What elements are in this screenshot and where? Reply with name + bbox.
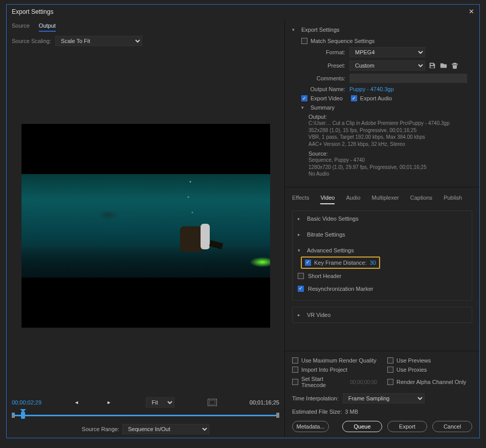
export-settings-dialog: Export Settings ✕ Source Output Source S… xyxy=(6,4,480,438)
time-interp-label: Time Interpolation: xyxy=(292,395,339,401)
vr-video-toggle[interactable]: ▸VR Video xyxy=(293,307,472,323)
output-name-label: Output Name: xyxy=(301,86,349,92)
short-header-label: Short Header xyxy=(308,273,341,279)
tab-audio[interactable]: Audio xyxy=(346,194,360,204)
short-header-checkbox[interactable] xyxy=(298,273,304,279)
resync-checkbox[interactable] xyxy=(298,286,304,292)
tab-captions[interactable]: Captions xyxy=(410,194,432,204)
export-audio-checkbox[interactable] xyxy=(351,95,357,101)
use-previews-label: Use Previews xyxy=(396,357,431,364)
set-start-checkbox[interactable] xyxy=(292,379,298,385)
preset-select[interactable]: Custom xyxy=(349,60,425,71)
basic-video-label: Basic Video Settings xyxy=(307,216,359,222)
source-range-select[interactable]: Sequence In/Out xyxy=(122,424,209,434)
cancel-button[interactable]: Cancel xyxy=(432,421,472,432)
keyframe-distance-row: Key Frame Distance: 30 xyxy=(301,257,380,269)
export-settings-toggle[interactable]: ▾ Export Settings xyxy=(292,27,472,33)
tab-publish[interactable]: Publish xyxy=(444,194,462,204)
max-quality-label: Use Maximum Render Quality xyxy=(301,357,377,364)
tab-effects[interactable]: Effects xyxy=(292,194,309,204)
timeline-slider[interactable] xyxy=(12,410,279,421)
source-scaling-label: Source Scaling: xyxy=(12,38,51,44)
tab-output[interactable]: Output xyxy=(39,22,56,32)
keyframe-distance-label: Key Frame Distance: xyxy=(314,260,367,266)
close-icon[interactable]: ✕ xyxy=(469,8,474,15)
resync-label: Resynchronization Marker xyxy=(308,286,373,292)
render-alpha-label: Render Alpha Channel Only xyxy=(396,379,466,385)
queue-button[interactable]: Queue xyxy=(342,421,382,432)
chevron-down-icon: ▾ xyxy=(292,27,297,32)
save-preset-icon[interactable] xyxy=(428,62,436,69)
step-forward-icon[interactable]: ► xyxy=(106,400,113,405)
import-project-label: Import Into Project xyxy=(301,367,347,373)
advanced-label: Advanced Settings xyxy=(307,247,354,253)
format-label: Format: xyxy=(301,49,349,55)
chevron-right-icon: ▸ xyxy=(298,216,303,221)
time-interp-select[interactable]: Frame Sampling xyxy=(343,393,425,403)
bitrate-toggle[interactable]: ▸Bitrate Settings xyxy=(293,226,472,242)
summary-heading: Summary xyxy=(311,104,335,111)
format-select[interactable]: MPEG4 xyxy=(349,47,425,57)
set-start-label: Set Start Timecode xyxy=(301,376,346,388)
match-sequence-label: Match Sequence Settings xyxy=(311,38,374,44)
est-size-label: Estimated File Size: xyxy=(292,409,342,415)
summary-source-label: Source: xyxy=(308,151,329,157)
out-timecode: 00;01;16;25 xyxy=(250,399,279,406)
use-proxies-label: Use Proxies xyxy=(396,367,427,373)
safe-margins-icon[interactable] xyxy=(208,399,217,406)
chevron-right-icon: ▸ xyxy=(298,312,303,317)
tab-video[interactable]: Video xyxy=(320,194,335,204)
export-settings-heading: Export Settings xyxy=(301,27,340,33)
source-range-label: Source Range: xyxy=(82,426,119,432)
render-alpha-checkbox[interactable] xyxy=(387,379,393,385)
dialog-title: Export Settings xyxy=(12,8,53,15)
export-video-label: Export Video xyxy=(311,95,343,101)
zoom-select[interactable]: Fit xyxy=(146,397,174,408)
delete-preset-icon[interactable] xyxy=(451,62,459,69)
preview-frame xyxy=(21,174,270,278)
basic-video-toggle[interactable]: ▸Basic Video Settings xyxy=(293,211,472,226)
summary-source-text: Sequence, Puppy - 4740 1280x720 (1.0), 2… xyxy=(308,157,452,178)
est-size-value: 3 MB xyxy=(345,409,358,415)
tab-multiplexer[interactable]: Multiplexer xyxy=(372,194,399,204)
bitrate-label: Bitrate Settings xyxy=(307,231,345,238)
tab-source[interactable]: Source xyxy=(12,22,30,32)
in-timecode[interactable]: 00;00;02;29 xyxy=(12,399,41,406)
use-previews-checkbox[interactable] xyxy=(387,357,393,364)
preview-monitor xyxy=(21,124,270,328)
import-preset-icon[interactable] xyxy=(439,62,448,69)
step-back-icon[interactable]: ◄ xyxy=(74,400,81,405)
source-scaling-select[interactable]: Scale To Fit xyxy=(55,36,142,46)
export-audio-label: Export Audio xyxy=(360,95,392,101)
chevron-right-icon: ▸ xyxy=(298,232,303,237)
keyframe-distance-value[interactable]: 30 xyxy=(370,260,376,266)
keyframe-distance-checkbox[interactable] xyxy=(305,260,311,266)
export-button[interactable]: Export xyxy=(387,421,427,432)
export-video-checkbox[interactable] xyxy=(301,95,307,101)
chevron-down-icon: ▾ xyxy=(298,248,303,253)
match-sequence-checkbox[interactable] xyxy=(301,38,307,44)
metadata-button[interactable]: Metadata... xyxy=(292,421,329,432)
summary-output-label: Output: xyxy=(308,114,329,120)
summary-toggle[interactable]: ▾Summary xyxy=(301,104,472,111)
max-quality-checkbox[interactable] xyxy=(292,357,298,364)
chevron-down-icon: ▾ xyxy=(301,105,306,110)
playhead-icon[interactable] xyxy=(21,412,25,419)
advanced-toggle[interactable]: ▾Advanced Settings xyxy=(293,242,472,253)
set-start-value[interactable]: 00;00;00;00 xyxy=(350,379,377,385)
use-proxies-checkbox[interactable] xyxy=(387,367,393,373)
vr-video-label: VR Video xyxy=(307,312,330,318)
preset-label: Preset: xyxy=(301,62,349,69)
summary-output-text: C:\User… Cut a Clip in Adobe Premiere Pr… xyxy=(308,120,452,147)
output-name-link[interactable]: Puppy - 4740.3gp xyxy=(349,86,394,92)
comments-input[interactable] xyxy=(349,74,467,83)
comments-label: Comments: xyxy=(301,75,349,81)
import-project-checkbox[interactable] xyxy=(292,367,298,373)
